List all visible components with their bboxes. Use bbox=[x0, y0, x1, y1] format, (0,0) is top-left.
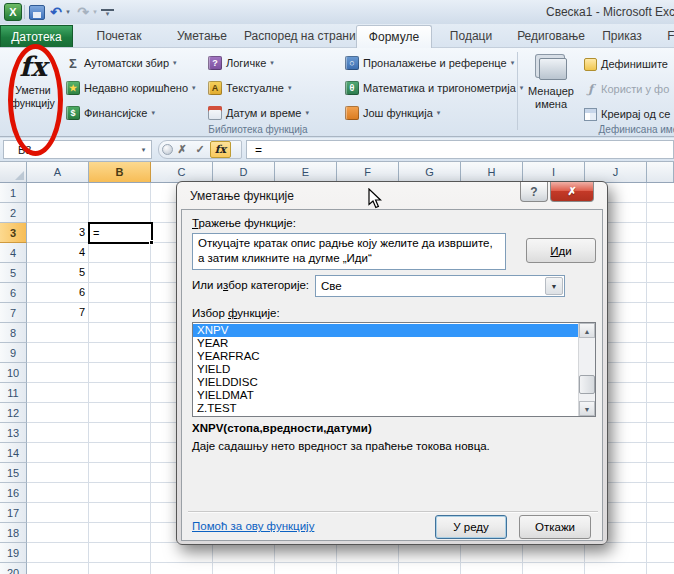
dialog-help-button[interactable]: ? bbox=[520, 182, 548, 202]
go-button[interactable]: Иди bbox=[526, 238, 596, 263]
create-from-selection-button[interactable]: Креирај од се bbox=[584, 104, 671, 124]
lookup-reference-button[interactable]: ○ Проналажење и референце ▾ bbox=[345, 53, 514, 73]
column-header-e[interactable]: E bbox=[275, 162, 337, 182]
window-title: Свеска1 - Microsoft Excel bbox=[546, 5, 674, 20]
tab-page-layout[interactable]: Распоред на страници bbox=[244, 25, 354, 47]
cell-a5[interactable]: 5 bbox=[27, 266, 85, 281]
row-header[interactable]: 1 bbox=[0, 183, 27, 203]
confirm-entry-button[interactable]: ✓ bbox=[191, 143, 209, 156]
undo-dropdown[interactable]: ▾ bbox=[63, 3, 73, 21]
list-scrollbar[interactable]: ▲ ▼ bbox=[578, 323, 595, 416]
logical-icon: ? bbox=[208, 56, 222, 70]
insert-function-small-button[interactable]: fx bbox=[210, 141, 231, 158]
qat-customize-button[interactable]: ▾ bbox=[101, 9, 114, 17]
cancel-entry-button[interactable]: ✗ bbox=[173, 143, 191, 156]
function-item-selected[interactable]: XNPV bbox=[193, 324, 578, 337]
ok-button[interactable]: У реду bbox=[435, 515, 507, 539]
row-header[interactable]: 11 bbox=[0, 383, 27, 403]
dialog-body: Тражење функције: Откуцајте кратак опис … bbox=[181, 209, 603, 541]
function-item[interactable]: YEARFRAC bbox=[193, 350, 578, 363]
redo-dropdown[interactable]: ▾ bbox=[90, 3, 100, 21]
column-header-c[interactable]: C bbox=[151, 162, 213, 182]
row-header[interactable]: 19 bbox=[0, 543, 27, 563]
chevron-down-icon: ▾ bbox=[136, 146, 151, 154]
row-header[interactable]: 18 bbox=[0, 523, 27, 543]
category-label: Или избор категорије: bbox=[192, 279, 309, 291]
recently-used-button[interactable]: ★ Недавно коришћено ▾ bbox=[66, 78, 196, 98]
scroll-down-icon[interactable]: ▼ bbox=[579, 401, 595, 416]
function-item[interactable]: YIELDMAT bbox=[193, 389, 578, 402]
selected-cell-b3[interactable]: = bbox=[88, 222, 153, 244]
search-function-input[interactable]: Откуцајте кратак опис радње коју желите … bbox=[192, 233, 506, 270]
math-trig-button[interactable]: θ Математика и тригонометрија ▾ bbox=[345, 78, 523, 98]
autosum-button[interactable]: Σ Аутоматски збир ▾ bbox=[66, 53, 177, 73]
tab-view[interactable]: Приказ bbox=[596, 25, 648, 47]
cell-a7[interactable]: 7 bbox=[27, 306, 85, 321]
text-icon: A bbox=[208, 81, 222, 95]
row-header[interactable]: 5 bbox=[0, 263, 27, 283]
more-functions-button[interactable]: Још функција ▾ bbox=[345, 103, 440, 123]
cell-a3[interactable]: 3 bbox=[27, 226, 85, 241]
cell-a6[interactable]: 6 bbox=[27, 286, 85, 301]
column-header-j[interactable]: J bbox=[585, 162, 647, 182]
function-item[interactable]: Z.TEST bbox=[193, 402, 578, 415]
row-header[interactable]: 13 bbox=[0, 423, 27, 443]
cell-a4[interactable]: 4 bbox=[27, 246, 85, 261]
category-select[interactable]: Све ▼ bbox=[315, 275, 565, 297]
define-name-button[interactable]: Дефинишите bbox=[584, 54, 668, 74]
column-header-a[interactable]: A bbox=[27, 162, 89, 182]
tab-home[interactable]: Почетак bbox=[80, 25, 158, 47]
undo-button[interactable]: ↶ bbox=[49, 3, 63, 21]
help-link[interactable]: Помоћ за ову функцију bbox=[192, 520, 314, 532]
dialog-close-button[interactable]: ✗ bbox=[550, 182, 594, 202]
text-button[interactable]: A Текстуалне ▾ bbox=[208, 78, 291, 98]
scroll-up-icon[interactable]: ▲ bbox=[579, 323, 595, 338]
tab-addin-partial[interactable]: F bbox=[656, 25, 674, 47]
chevron-down-icon: ▾ bbox=[511, 59, 515, 67]
row-header[interactable]: 7 bbox=[0, 303, 27, 323]
row-header[interactable]: 20 bbox=[0, 563, 27, 574]
row-header-3[interactable]: 3 bbox=[0, 223, 27, 243]
column-header-b[interactable]: B bbox=[89, 162, 151, 182]
row-header[interactable]: 8 bbox=[0, 323, 27, 343]
insert-function-dialog: Уметање функције ? ✗ Тражење функције: О… bbox=[176, 181, 608, 545]
column-header-d[interactable]: D bbox=[213, 162, 275, 182]
row-header[interactable]: 15 bbox=[0, 463, 27, 483]
create-from-selection-icon bbox=[584, 108, 597, 121]
redo-button[interactable]: ↷ bbox=[76, 3, 90, 21]
row-header[interactable]: 12 bbox=[0, 403, 27, 423]
tab-review[interactable]: Редиговање bbox=[508, 25, 594, 47]
row-header[interactable]: 4 bbox=[0, 243, 27, 263]
save-button[interactable] bbox=[29, 5, 45, 20]
scrollbar-thumb[interactable] bbox=[579, 375, 595, 394]
date-time-button[interactable]: Датум и време ▾ bbox=[208, 103, 309, 123]
row-header[interactable]: 14 bbox=[0, 443, 27, 463]
row-header[interactable]: 16 bbox=[0, 483, 27, 503]
tab-formulas[interactable]: Формуле bbox=[356, 25, 432, 48]
row-header[interactable]: 2 bbox=[0, 203, 27, 223]
function-item[interactable]: YEAR bbox=[193, 337, 578, 350]
row-header[interactable]: 10 bbox=[0, 363, 27, 383]
select-all-corner[interactable] bbox=[0, 162, 27, 182]
formula-input[interactable]: = bbox=[246, 140, 674, 159]
row-header[interactable]: 6 bbox=[0, 283, 27, 303]
chevron-down-icon: ▾ bbox=[288, 84, 292, 92]
function-item[interactable]: YIELD bbox=[193, 363, 578, 376]
column-header-f[interactable]: F bbox=[337, 162, 399, 182]
use-in-formula-icon: ƒ bbox=[584, 82, 597, 96]
column-header-i[interactable]: I bbox=[523, 162, 585, 182]
fill-handle[interactable] bbox=[149, 240, 154, 245]
row-header[interactable]: 17 bbox=[0, 503, 27, 523]
financial-button[interactable]: $ Финансијске ▾ bbox=[66, 103, 155, 123]
logical-button[interactable]: ? Логичке ▾ bbox=[208, 53, 274, 73]
row-header[interactable]: 9 bbox=[0, 343, 27, 363]
function-item[interactable]: YIELDDISC bbox=[193, 376, 578, 389]
cancel-button[interactable]: Откажи bbox=[519, 515, 591, 539]
column-header-h[interactable]: H bbox=[461, 162, 523, 182]
column-header-partial[interactable] bbox=[647, 162, 674, 182]
column-header-g[interactable]: G bbox=[399, 162, 461, 182]
name-manager-button[interactable]: Менаџер имена bbox=[524, 54, 578, 128]
tab-insert[interactable]: Уметање bbox=[162, 25, 242, 47]
tab-data[interactable]: Подаци bbox=[436, 25, 506, 47]
use-in-formula-button[interactable]: ƒ Користи у фо bbox=[584, 79, 669, 99]
